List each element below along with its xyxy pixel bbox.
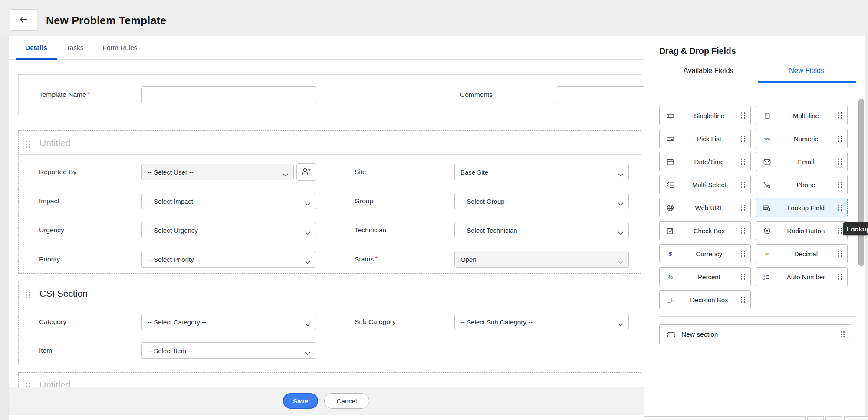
svg-text:123: 123 <box>764 137 770 141</box>
field-label: Technician <box>355 226 454 234</box>
template-name-input[interactable] <box>141 86 316 103</box>
save-button[interactable]: Save <box>283 393 318 409</box>
priority-select[interactable]: -- Select Priority -- <box>141 251 316 268</box>
drag-handle-icon[interactable] <box>838 274 842 280</box>
category-select[interactable]: -- Select Category -- <box>141 314 316 330</box>
bottom-bar-segment <box>807 416 824 420</box>
select-value: -- Select Urgency -- <box>148 227 204 234</box>
section-title: Untitled <box>39 138 70 148</box>
field-label: Category <box>39 318 141 326</box>
item-select[interactable]: -- Select Item -- <box>141 342 316 359</box>
new-section-button[interactable]: New section <box>659 324 851 344</box>
drag-handle-icon[interactable] <box>838 159 842 165</box>
group-select[interactable]: -- Select Group -- <box>454 193 629 209</box>
sub-category-select[interactable]: -- Select Sub Category -- <box>454 314 629 330</box>
palette-field-lookup-field[interactable]: Lookup Field <box>756 198 848 217</box>
sidebar-tab-available-fields[interactable]: Available Fields <box>659 58 758 82</box>
tab-tasks[interactable]: Tasks <box>57 36 93 59</box>
drag-handle-icon[interactable] <box>741 297 745 303</box>
technician-select[interactable]: -- Select Technician -- <box>454 222 629 238</box>
email-icon <box>763 158 771 166</box>
palette-field-email[interactable]: Email <box>756 152 848 171</box>
sidebar-tab-new-fields[interactable]: New Fields <box>758 58 856 82</box>
form-row: Item-- Select Item -- <box>19 342 641 359</box>
palette-field-label: Decision Box <box>679 296 740 304</box>
form-row: Impact-- Select Impact --Group-- Select … <box>19 193 641 209</box>
section-drag-handle[interactable] <box>26 141 30 148</box>
field-control: -- Select Priority -- <box>141 251 316 268</box>
drag-handle-icon[interactable] <box>741 136 745 142</box>
add-user-button[interactable] <box>296 163 316 181</box>
chevron-down-icon <box>305 349 310 357</box>
svg-text:1: 1 <box>763 274 765 277</box>
tab-form-rules[interactable]: Form Rules <box>93 36 147 59</box>
field-control: -- Select Sub Category -- <box>454 314 629 330</box>
palette-field-phone[interactable]: Phone <box>756 175 848 194</box>
select-value: -- Select Group -- <box>460 198 511 205</box>
palette-field-multi-line[interactable]: Multi-line <box>756 106 848 125</box>
form-sections: UntitledReported By-- Select User --Site… <box>18 130 641 420</box>
check-box-icon <box>666 227 674 235</box>
drag-handle-icon[interactable] <box>741 274 745 280</box>
drag-handle-icon[interactable] <box>741 112 745 119</box>
section-header: CSI Section <box>19 281 641 304</box>
palette-field-decision-box[interactable]: Decision Box <box>659 290 751 309</box>
palette-field-date-time[interactable]: Date/Time <box>659 152 751 171</box>
svg-text:.00: .00 <box>764 252 769 256</box>
palette-field-single-line[interactable]: Single-line <box>659 106 751 125</box>
new-section-icon <box>667 331 676 339</box>
palette-field-pick-list[interactable]: Pick List <box>659 129 751 148</box>
sidebar-scrollbar-thumb[interactable] <box>858 99 864 266</box>
section-drag-handle[interactable] <box>26 292 30 298</box>
decimal-icon: .00 <box>763 250 771 258</box>
drag-handle-icon[interactable] <box>838 136 842 142</box>
site-select[interactable]: Base Site <box>454 164 629 180</box>
sidebar: Drag & Drop Fields Available FieldsNew F… <box>644 36 868 420</box>
status-select[interactable]: Open <box>454 251 629 268</box>
field-label: Site <box>355 168 454 176</box>
reported-by-select[interactable]: -- Select User -- <box>141 164 294 180</box>
chevron-down-icon <box>305 321 310 328</box>
field-control: -- Select Technician -- <box>454 222 629 238</box>
form-section: UntitledReported By-- Select User --Site… <box>18 130 641 274</box>
urgency-select[interactable]: -- Select Urgency -- <box>141 222 316 238</box>
tab-details[interactable]: Details <box>16 36 57 59</box>
palette-field-label: Single-line <box>679 112 740 119</box>
drag-handle-icon[interactable] <box>838 205 842 211</box>
drag-handle-icon[interactable] <box>741 159 745 165</box>
palette-field-label: Numeric <box>776 135 836 142</box>
field-label: Template Name* <box>39 91 141 99</box>
drag-handle-icon[interactable] <box>741 182 745 188</box>
back-button[interactable] <box>10 9 37 31</box>
drag-handle-icon[interactable] <box>741 205 745 211</box>
palette-field-currency[interactable]: $Currency <box>659 244 751 263</box>
drag-handle-icon[interactable] <box>838 251 842 257</box>
new-section-label: New section <box>681 331 841 338</box>
user-add-icon <box>301 167 311 177</box>
impact-select[interactable]: -- Select Impact -- <box>141 193 316 209</box>
select-value: -- Select User -- <box>148 169 194 176</box>
palette-field-web-url[interactable]: Web URL <box>659 198 751 217</box>
drag-handle-icon[interactable] <box>838 182 842 188</box>
drag-handle-icon[interactable] <box>841 331 845 337</box>
palette-field-auto-number[interactable]: 12Auto Number <box>756 267 848 286</box>
palette-field-label: Radio Button <box>776 227 836 235</box>
drag-handle-icon[interactable] <box>838 112 842 119</box>
palette-field-percent[interactable]: %Percent <box>659 267 751 286</box>
palette-field-label: Decimal <box>776 250 836 258</box>
drag-handle-icon[interactable] <box>741 251 745 257</box>
palette-field-check-box[interactable]: Check Box <box>659 221 751 240</box>
section-title: CSI Section <box>39 288 88 299</box>
palette-field-decimal[interactable]: .00Decimal <box>756 244 848 263</box>
svg-text:$: $ <box>668 251 672 257</box>
palette-field-multi-select[interactable]: Multi-Select <box>659 175 751 194</box>
drag-handle-icon[interactable] <box>838 228 842 234</box>
form-footer: Save Cancel <box>9 387 644 415</box>
palette-field-radio-button[interactable]: Radio Button <box>756 221 848 240</box>
palette-field-numeric[interactable]: 123Numeric <box>756 129 848 148</box>
cancel-button[interactable]: Cancel <box>324 393 369 409</box>
drag-handle-icon[interactable] <box>741 228 745 234</box>
field-label: Priority <box>39 255 141 263</box>
palette-field-label: Multi-Select <box>679 181 740 189</box>
field-label: Sub Category <box>355 318 454 326</box>
